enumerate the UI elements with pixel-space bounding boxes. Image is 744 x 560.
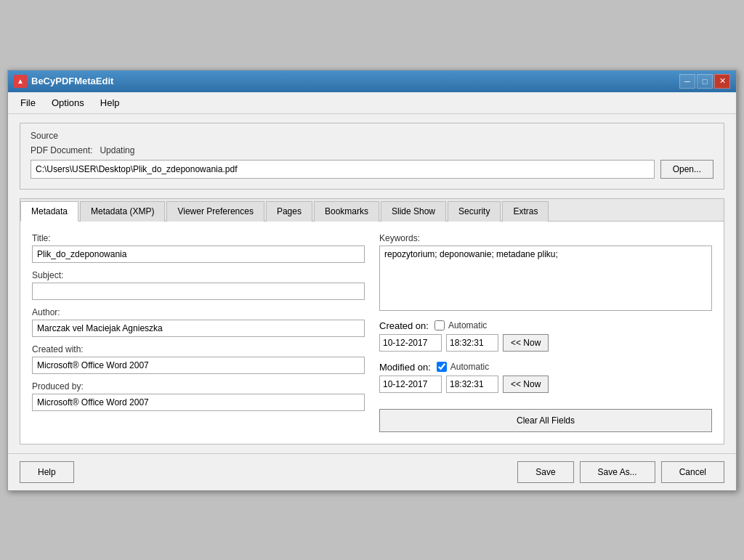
created-section: Created on: Automatic << Now xyxy=(379,320,712,357)
menu-file[interactable]: File xyxy=(14,94,42,111)
close-button[interactable]: ✕ xyxy=(714,74,730,89)
produced-by-field-group: Produced by: xyxy=(32,381,365,411)
main-window: ▲ BeCyPDFMetaEdit ─ □ ✕ File Options Hel… xyxy=(7,70,737,491)
tab-bar: Metadata Metadata (XMP) Viewer Preferenc… xyxy=(20,199,724,222)
app-icon: ▲ xyxy=(14,75,27,88)
save-as-button[interactable]: Save As... xyxy=(580,461,655,483)
save-button[interactable]: Save xyxy=(517,461,573,483)
pdf-status: PDF Document: Updating xyxy=(31,145,713,155)
bottom-right: Save Save As... Cancel xyxy=(517,461,724,483)
open-button[interactable]: Open... xyxy=(660,160,713,179)
modified-section: Modified on: Automatic << Now xyxy=(379,362,712,399)
modified-label-row: Modified on: Automatic xyxy=(379,362,712,373)
modified-datetime-row: << Now xyxy=(379,376,712,393)
created-automatic-row: Automatic xyxy=(434,320,487,330)
created-with-field-group: Created with: xyxy=(32,344,365,374)
created-with-field-label: Created with: xyxy=(32,344,365,354)
cancel-button[interactable]: Cancel xyxy=(661,461,724,483)
tab-content-metadata: Title: Subject: Author: Created wit xyxy=(20,222,724,444)
tab-security[interactable]: Security xyxy=(448,201,501,222)
title-bar-buttons: ─ □ ✕ xyxy=(679,74,730,89)
created-on-label: Created on: xyxy=(379,320,429,331)
menu-help[interactable]: Help xyxy=(94,94,126,111)
window-title: BeCyPDFMetaEdit xyxy=(31,76,113,86)
created-now-button[interactable]: << Now xyxy=(503,334,549,352)
tab-pages[interactable]: Pages xyxy=(266,201,312,222)
maximize-button[interactable]: □ xyxy=(697,74,713,89)
modified-now-button[interactable]: << Now xyxy=(503,376,549,393)
created-with-input[interactable] xyxy=(32,357,365,374)
created-automatic-label: Automatic xyxy=(448,320,487,330)
form-grid: Title: Subject: Author: Created wit xyxy=(32,233,712,432)
source-group: Source PDF Document: Updating Open... xyxy=(20,123,724,190)
tabs-container: Metadata Metadata (XMP) Viewer Preferenc… xyxy=(20,198,724,445)
pdf-updating-status: Updating xyxy=(100,145,134,155)
author-field-label: Author: xyxy=(32,307,365,317)
tab-slide-show[interactable]: Slide Show xyxy=(381,201,446,222)
source-label: Source xyxy=(31,131,713,141)
form-left: Title: Subject: Author: Created wit xyxy=(32,233,365,432)
subject-field-group: Subject: xyxy=(32,270,365,300)
subject-input[interactable] xyxy=(32,283,365,300)
title-field-group: Title: xyxy=(32,233,365,263)
title-input[interactable] xyxy=(32,245,365,263)
keywords-textarea[interactable]: repozytorium; deponowanie; metadane plik… xyxy=(379,245,712,311)
tab-viewer-preferences[interactable]: Viewer Preferences xyxy=(166,201,264,222)
tab-bookmarks[interactable]: Bookmarks xyxy=(314,201,379,222)
created-time-input[interactable] xyxy=(446,334,498,352)
title-bar-left: ▲ BeCyPDFMetaEdit xyxy=(14,75,113,88)
author-input[interactable] xyxy=(32,320,365,337)
bottom-bar: Help Save Save As... Cancel xyxy=(8,453,736,490)
produced-by-field-label: Produced by: xyxy=(32,381,365,391)
created-automatic-checkbox[interactable] xyxy=(434,320,445,330)
modified-date-input[interactable] xyxy=(379,376,442,393)
help-button[interactable]: Help xyxy=(20,461,74,483)
menu-options[interactable]: Options xyxy=(45,94,91,111)
created-label-row: Created on: Automatic xyxy=(379,320,712,331)
title-bar: ▲ BeCyPDFMetaEdit ─ □ ✕ xyxy=(8,70,736,92)
modified-time-input[interactable] xyxy=(446,376,498,393)
tab-metadata[interactable]: Metadata xyxy=(20,201,78,222)
keywords-field-label: Keywords: xyxy=(379,233,712,243)
file-path-row: Open... xyxy=(31,160,713,179)
created-datetime-row: << Now xyxy=(379,334,712,352)
modified-on-label: Modified on: xyxy=(379,362,431,373)
modified-automatic-checkbox[interactable] xyxy=(437,362,447,372)
produced-by-input[interactable] xyxy=(32,394,365,411)
keywords-field-group: Keywords: repozytorium; deponowanie; met… xyxy=(379,233,712,313)
pdf-document-label: PDF Document: xyxy=(31,145,92,155)
tab-extras[interactable]: Extras xyxy=(502,201,549,222)
subject-field-label: Subject: xyxy=(32,270,365,280)
clear-all-fields-button[interactable]: Clear All Fields xyxy=(379,409,712,432)
created-date-input[interactable] xyxy=(379,334,442,352)
file-path-input[interactable] xyxy=(31,160,655,179)
menu-bar: File Options Help xyxy=(8,92,736,114)
modified-automatic-row: Automatic xyxy=(437,362,489,372)
title-field-label: Title: xyxy=(32,233,365,243)
form-right: Keywords: repozytorium; deponowanie; met… xyxy=(379,233,712,432)
modified-automatic-label: Automatic xyxy=(450,362,489,372)
content-area: Source PDF Document: Updating Open... Me… xyxy=(8,114,736,453)
author-field-group: Author: xyxy=(32,307,365,337)
tab-metadata-xmp[interactable]: Metadata (XMP) xyxy=(80,201,165,222)
bottom-left: Help xyxy=(20,461,74,483)
minimize-button[interactable]: ─ xyxy=(679,74,695,89)
